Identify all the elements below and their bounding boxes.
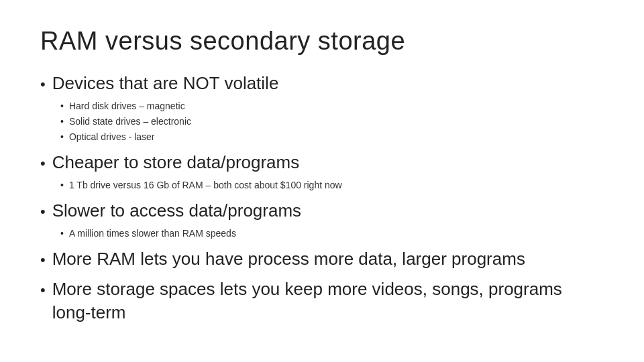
subbullet-ssd-text: Solid state drives – electronic <box>69 115 191 129</box>
content-area: • Devices that are NOT volatile • Hard d… <box>40 72 604 332</box>
bullet-cheaper-text: Cheaper to store data/programs <box>52 151 300 174</box>
subbullets-volatile: • Hard disk drives – magnetic • Solid st… <box>60 99 604 144</box>
subbullet-cost: • 1 Tb drive versus 16 Gb of RAM – both … <box>60 178 604 192</box>
slide: RAM versus secondary storage • Devices t… <box>0 0 644 362</box>
subbullets-cheaper: • 1 Tb drive versus 16 Gb of RAM – both … <box>60 178 604 192</box>
bullet-dot: • <box>40 204 46 219</box>
sub-dot: • <box>60 116 64 127</box>
sub-dot: • <box>60 131 64 142</box>
section-more-ram: • More RAM lets you have process more da… <box>40 247 604 275</box>
bullet-volatile: • Devices that are NOT volatile <box>40 72 604 95</box>
section-cheaper: • Cheaper to store data/programs • 1 Tb … <box>40 151 604 196</box>
bullet-slower: • Slower to access data/programs <box>40 199 604 223</box>
bullet-more-ram: • More RAM lets you have process more da… <box>40 247 604 271</box>
slide-title: RAM versus secondary storage <box>40 27 604 56</box>
section-slower: • Slower to access data/programs • A mil… <box>40 199 604 245</box>
section-more-storage: • More storage spaces lets you keep more… <box>40 278 604 328</box>
subbullet-hdd-text: Hard disk drives – magnetic <box>69 99 185 113</box>
bullet-more-ram-text: More RAM lets you have process more data… <box>52 247 525 271</box>
subbullet-million: • A million times slower than RAM speeds <box>60 227 604 241</box>
section-volatile: • Devices that are NOT volatile • Hard d… <box>40 72 604 148</box>
subbullet-cost-text: 1 Tb drive versus 16 Gb of RAM – both co… <box>69 178 342 192</box>
bullet-dot: • <box>40 283 46 298</box>
bullet-dot: • <box>40 253 46 267</box>
sub-dot: • <box>60 228 64 239</box>
subbullet-optical-text: Optical drives - laser <box>69 130 155 144</box>
bullet-slower-text: Slower to access data/programs <box>52 199 301 223</box>
bullet-cheaper: • Cheaper to store data/programs <box>40 151 604 174</box>
bullet-more-storage-text: More storage spaces lets you keep more v… <box>52 278 604 324</box>
subbullet-optical: • Optical drives - laser <box>60 130 604 144</box>
sub-dot: • <box>60 101 64 111</box>
bullet-more-storage: • More storage spaces lets you keep more… <box>40 278 604 324</box>
subbullet-million-text: A million times slower than RAM speeds <box>69 227 236 241</box>
bullet-dot: • <box>40 156 46 171</box>
bullet-dot: • <box>40 77 46 92</box>
subbullets-slower: • A million times slower than RAM speeds <box>60 227 604 241</box>
bullet-volatile-text: Devices that are NOT volatile <box>52 72 279 95</box>
subbullet-hdd: • Hard disk drives – magnetic <box>60 99 604 113</box>
sub-dot: • <box>60 180 64 190</box>
subbullet-ssd: • Solid state drives – electronic <box>60 115 604 129</box>
